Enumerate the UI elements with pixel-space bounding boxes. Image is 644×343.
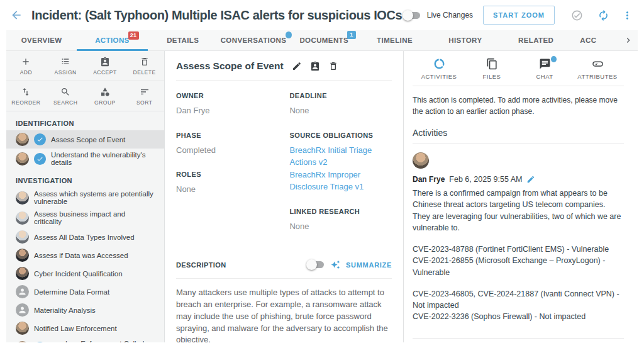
trash-icon (140, 57, 150, 67)
accept-person-icon (100, 57, 110, 67)
tab-activities[interactable]: ACTIVITIES (413, 58, 465, 80)
owner-avatar (16, 230, 29, 244)
action-item-label: Materiality Analysis (34, 306, 96, 314)
entry-edit-pencil-icon[interactable] (526, 175, 535, 184)
add-button[interactable]: ADD (6, 55, 46, 77)
attributes-pill-icon (592, 58, 604, 70)
owner-avatar (16, 133, 29, 146)
action-item-label: Law Enforcement Called us back (65, 340, 155, 342)
roles-label: ROLES (176, 171, 270, 178)
action-item-cyber-qualification[interactable]: Cyber Incident Qualification (6, 264, 164, 283)
action-item-assess-scope[interactable]: Assess Scope of Event (6, 130, 164, 149)
action-item-label: Cyber Incident Qualification (34, 270, 123, 278)
author-avatar (413, 152, 429, 169)
live-changes-toggle[interactable] (402, 10, 421, 21)
tab-history[interactable]: HISTORY (430, 30, 501, 50)
action-item-data-accessed[interactable]: Assess if Data was Accessed (6, 246, 164, 264)
action-item-assess-systems[interactable]: Assess which systems are potentially vul… (6, 188, 164, 208)
action-detail-panel: Assess Scope of Event OWNER Dan Frye PHA… (165, 51, 404, 342)
swap-vert-icon (21, 87, 31, 97)
tab-conversations[interactable]: CONVERSATIONS (218, 30, 289, 50)
check-circle-icon[interactable] (570, 8, 584, 22)
action-item-notified-law[interactable]: Notified Law Enforcement (6, 319, 164, 337)
entry-paragraph: There is a confirmed campaign from what … (413, 188, 624, 233)
entry-timestamp: Feb 6, 2025 9:55 AM (449, 175, 522, 184)
edit-pencil-icon[interactable] (292, 61, 302, 71)
tab-overview[interactable]: OVERVIEW (6, 30, 77, 50)
entry-cve-block: CVE-2023-48788 (Fortinet FortiClient EMS… (413, 244, 624, 278)
tab-attributes[interactable]: ATTRIBUTES (571, 58, 624, 80)
entry-author: Dan Frye (413, 175, 445, 184)
incident-header: Incident: (Salt Typhoon) Multiple ISAC a… (0, 0, 644, 30)
group-button[interactable]: GROUP (86, 86, 125, 107)
summarize-button[interactable]: SUMMARIZE (346, 261, 392, 269)
action-item-materiality[interactable]: Materiality Analysis (6, 301, 164, 319)
tabs-scroll-right-icon[interactable] (619, 30, 638, 50)
activities-heading: Activities (413, 128, 624, 144)
incident-tabbar: OVERVIEW ACTIONS21 DETAILS CONVERSATIONS… (6, 30, 638, 51)
live-changes-label: Live Changes (427, 11, 473, 20)
activity-donut-icon (433, 58, 445, 70)
actions-sidebar: ADD ASSIGN ACCEPT DELETE REORDER SE (6, 51, 165, 342)
chat-dot-badge (551, 56, 557, 62)
owner-avatar (16, 191, 29, 205)
summarize-toggle[interactable] (306, 259, 325, 270)
sort-button[interactable]: SORT (125, 86, 164, 107)
completed-check-icon (34, 153, 46, 165)
files-copy-icon (486, 58, 498, 70)
action-item-label: Assess if Data was Accessed (34, 252, 128, 259)
delete-trash-icon[interactable] (328, 61, 338, 71)
section-identification: IDENTIFICATION (6, 111, 164, 130)
owner-avatar (16, 152, 29, 166)
action-item-label: Assess business impact and criticality (34, 210, 155, 225)
owner-avatar (16, 341, 29, 343)
tab-documents[interactable]: DOCUMENTS1 (289, 30, 359, 50)
owner-avatar (16, 267, 29, 280)
sparkle-icon (331, 260, 340, 269)
action-item-label: Assess All Data Types Involved (34, 233, 135, 241)
tab-related[interactable]: RELATED (501, 30, 571, 50)
deadline-value: None (289, 104, 392, 117)
delete-button[interactable]: DELETE (125, 55, 164, 77)
phase-label: PHASE (176, 132, 270, 139)
tab-actions[interactable]: ACTIONS21 (77, 30, 147, 50)
action-item-data-types[interactable]: Assess All Data Types Involved (6, 228, 164, 246)
search-button[interactable]: SEARCH (46, 86, 86, 107)
activity-panel: ACTIVITIES FILES CHAT ATTRIBUTES (404, 51, 638, 342)
action-item-business-impact[interactable]: Assess business impact and criticality (6, 208, 164, 228)
tab-details[interactable]: DETAILS (148, 30, 218, 50)
obligation-link[interactable]: BreachRx Improper Disclosure Triage v1 (289, 169, 392, 193)
sync-icon[interactable] (596, 8, 610, 22)
linked-research-label: LINKED RESEARCH (289, 208, 392, 215)
roles-value: None (176, 183, 270, 196)
actions-toolbar-row-2: REORDER SEARCH GROUP SORT (6, 81, 164, 111)
section-investigation: INVESTIGATION (6, 169, 164, 188)
action-item-understand-vulnerability[interactable]: Understand the vulnerability's details (6, 149, 164, 169)
activity-tabs: ACTIVITIES FILES CHAT ATTRIBUTES (413, 58, 624, 86)
accept-button[interactable]: ACCEPT (86, 55, 125, 77)
action-title: Assess Scope of Event (176, 60, 284, 72)
owner-avatar (16, 322, 29, 335)
owner-avatar (16, 249, 29, 262)
action-item-data-format[interactable]: Determine Data Format (6, 283, 164, 301)
start-zoom-button[interactable]: START ZOOM (483, 6, 555, 25)
tab-files[interactable]: FILES (465, 58, 518, 80)
kebab-menu-icon[interactable] (620, 8, 634, 22)
reorder-button[interactable]: REORDER (6, 86, 46, 107)
generic-person-icon (16, 285, 29, 298)
action-item-label: Assess Scope of Event (51, 136, 125, 143)
tab-access[interactable]: ACC (571, 30, 619, 50)
completed-notice: This action is completed. To add more ac… (413, 94, 624, 117)
linked-research-value: None (289, 220, 392, 233)
owner-avatar (16, 211, 29, 225)
search-icon (60, 87, 70, 97)
back-arrow-icon[interactable] (9, 8, 24, 23)
assign-person-icon[interactable] (310, 61, 320, 71)
obligation-link[interactable]: BreachRx Initial Triage Actions v2 (289, 144, 392, 169)
tab-timeline[interactable]: TIMELINE (359, 30, 430, 50)
action-item-label: Notified Law Enforcement (34, 325, 117, 332)
deadline-label: DEADLINE (289, 92, 392, 99)
action-item-law-called-back[interactable]: Law Enforcement Called us back (6, 337, 164, 342)
assign-button[interactable]: ASSIGN (46, 55, 86, 77)
tab-chat[interactable]: CHAT (518, 58, 571, 80)
